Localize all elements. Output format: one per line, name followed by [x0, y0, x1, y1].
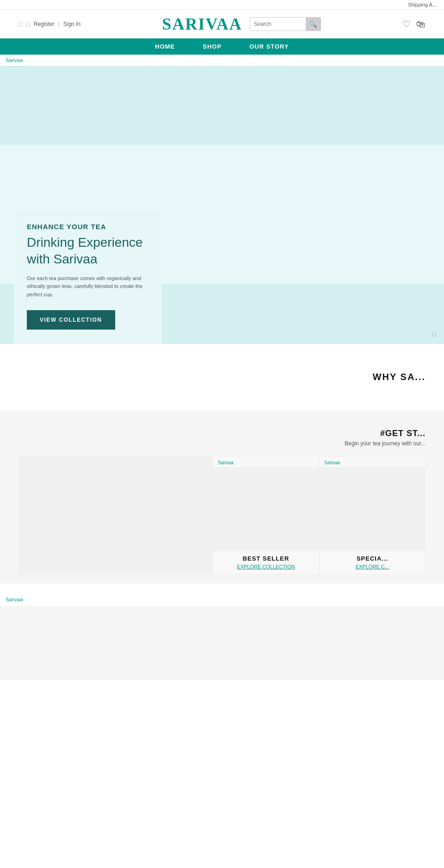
collection-row: Sarivaa BEST SELLER EXPLORE COLLECTION S… [18, 456, 426, 575]
card2-title: SPECIA... [324, 555, 420, 562]
card1-info: BEST SELLER EXPLORE COLLECTION [213, 550, 319, 574]
card2-image [320, 467, 425, 550]
get-started-subtitle: Begin your tea journey with our... [18, 440, 426, 447]
search-input[interactable] [250, 21, 306, 27]
auth-divider: | [58, 21, 60, 27]
get-started-header: #GET ST... Begin your tea journey with o… [18, 429, 426, 447]
get-started-section: #GET ST... Begin your tea journey with o… [0, 410, 444, 584]
header-center: SARIVAA 🔍 [162, 14, 321, 34]
collection-card-best-seller: Sarivaa BEST SELLER EXPLORE COLLECTION [213, 456, 319, 575]
card1-brand: Sarivaa [213, 456, 319, 467]
header-right-icons: ♡ 🛍 [402, 19, 426, 30]
register-link[interactable]: Register [34, 21, 55, 27]
slide-indicator[interactable] [432, 332, 437, 337]
hero-description: Our each tea purchase comes with organic… [27, 275, 149, 299]
card2-brand: Sarivaa [320, 456, 425, 467]
header-auth: □ □ Register | Sign In [18, 20, 80, 28]
collection-card-special: Sarivaa SPECIA... EXPLORE C... [319, 456, 426, 575]
footer-brand: Sarivaa [0, 593, 444, 606]
breadcrumb: Sarivaa [0, 55, 444, 66]
card2-link[interactable]: EXPLORE C... [324, 564, 420, 569]
footer-section: Sarivaa [0, 584, 444, 680]
nav-our-story[interactable]: OUR STORY [249, 43, 289, 50]
nav-home[interactable]: HOME [155, 43, 175, 50]
hero-title: Drinking Experience with Sarivaa [27, 234, 149, 268]
top-bar: Shipping A... [0, 0, 444, 10]
hero-content: ENHANCE YOUR TEA Drinking Experience wit… [14, 210, 162, 344]
search-button[interactable]: 🔍 [306, 18, 321, 31]
get-started-title: #GET ST... [18, 429, 426, 438]
nav-shop[interactable]: SHOP [203, 43, 222, 50]
signin-link[interactable]: Sign In [63, 21, 80, 27]
breadcrumb-text: Sarivaa [6, 57, 23, 63]
card1-link[interactable]: EXPLORE COLLECTION [218, 564, 314, 569]
collection-placeholder-left [18, 456, 213, 575]
view-collection-button[interactable]: VIEW COLLECTION [27, 310, 115, 330]
hero-bg-top [0, 66, 444, 145]
hero-section: ENHANCE YOUR TEA Drinking Experience wit… [0, 66, 444, 344]
wishlist-icon[interactable]: ♡ [402, 19, 411, 30]
header-left: □ □ Register | Sign In [18, 20, 80, 28]
cart-icon[interactable]: 🛍 [416, 19, 426, 30]
logo: SARIVAA [162, 14, 242, 34]
shipping-text: Shipping A... [408, 2, 437, 7]
footer-image-placeholder [0, 606, 444, 680]
icon2: □ [26, 20, 30, 28]
hero-subtitle: ENHANCE YOUR TEA [27, 223, 149, 231]
search-box: 🔍 [250, 17, 321, 31]
card1-image [213, 467, 319, 550]
card2-info: SPECIA... EXPLORE C... [320, 550, 425, 574]
why-section: WHY SA... [0, 344, 444, 410]
icon1: □ [18, 20, 22, 28]
card1-title: BEST SELLER [218, 555, 314, 562]
main-nav: HOME SHOP OUR STORY [0, 38, 444, 55]
why-title: WHY SA... [18, 372, 426, 382]
header: □ □ Register | Sign In SARIVAA 🔍 ♡ 🛍 [0, 10, 444, 38]
